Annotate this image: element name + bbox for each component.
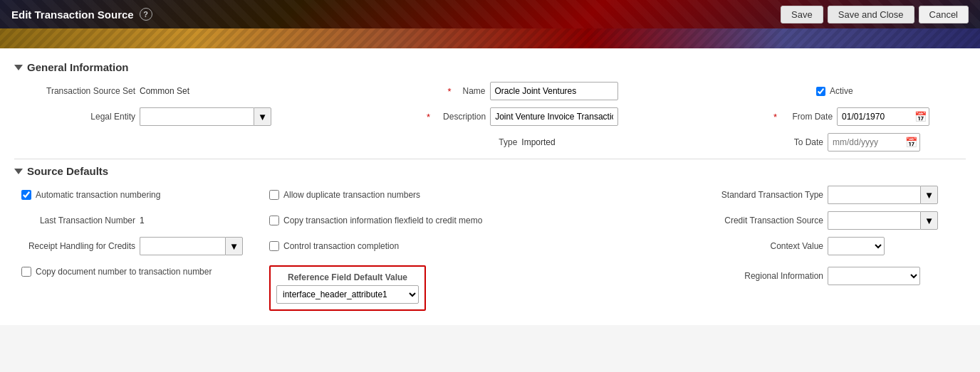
to-date-input-group: 📅 [828, 133, 920, 152]
control-transaction-checkbox[interactable] [269, 241, 279, 251]
source-defaults-body: Automatic transaction numbering Allow du… [14, 186, 966, 311]
decorative-banner [0, 28, 980, 48]
general-info-row1: Transaction Source Set Common Set * Name… [21, 82, 959, 100]
control-transaction-label: Control transaction completion [283, 241, 399, 251]
legal-entity-label: Legal Entity [21, 112, 135, 122]
context-value-label: Context Value [688, 241, 823, 251]
last-trans-number-label: Last Transaction Number [21, 216, 135, 225]
receipt-handling-combo: ▼ [140, 237, 243, 255]
sd-row2-left: Last Transaction Number 1 [21, 216, 264, 225]
credit-transaction-source-combo: ▼ [828, 211, 938, 230]
sd-row4-left: Copy document number to transaction numb… [21, 262, 264, 277]
general-info-row2: Legal Entity ▼ * Description * From Date [21, 107, 959, 126]
from-date-calendar-icon[interactable]: 📅 [914, 111, 927, 122]
active-checkbox[interactable] [816, 87, 825, 96]
sd-row4-center: Reference Field Default Value interface_… [269, 262, 682, 311]
copy-doc-label: Copy document number to transaction numb… [36, 267, 212, 277]
legal-entity-group: Legal Entity ▼ [21, 107, 271, 126]
regional-information-group: Regional Information [688, 262, 959, 285]
sd-row4: Copy document number to transaction numb… [21, 262, 959, 311]
context-value-group: Context Value [688, 237, 959, 255]
receipt-dropdown-icon: ▼ [229, 241, 239, 252]
desc-required: * [427, 112, 430, 122]
allow-duplicate-checkbox[interactable] [269, 190, 279, 200]
receipt-handling-label: Receipt Handling for Credits [21, 241, 135, 251]
type-label: Type [467, 137, 517, 147]
page-title-area: Edit Transaction Source ? [11, 8, 152, 21]
help-icon[interactable]: ? [140, 8, 152, 21]
type-value: Imported [521, 137, 555, 147]
std-trans-dropdown-icon: ▼ [924, 190, 934, 201]
credit-transaction-source-group: Credit Transaction Source ▼ [688, 211, 959, 230]
context-value-select[interactable] [828, 237, 885, 255]
sd-row3-center: Control transaction completion [269, 241, 682, 251]
to-date-calendar-icon[interactable]: 📅 [905, 137, 917, 148]
standard-transaction-type-btn[interactable]: ▼ [920, 186, 938, 204]
general-info-body: Transaction Source Set Common Set * Name… [14, 82, 966, 152]
general-info-title: General Information [27, 61, 129, 73]
general-info-section-header: General Information [14, 61, 966, 73]
name-label: Name [457, 86, 486, 96]
save-close-button[interactable]: Save and Close [828, 6, 914, 23]
sd-row1: Automatic transaction numbering Allow du… [21, 186, 959, 204]
source-defaults-collapse-icon[interactable] [14, 169, 23, 174]
regional-information-label: Regional Information [688, 271, 823, 281]
sd-row3-left: Receipt Handling for Credits ▼ [21, 237, 264, 255]
from-date-required: * [773, 112, 777, 122]
from-date-label: From Date [783, 112, 833, 122]
allow-duplicate-label: Allow duplicate transaction numbers [283, 190, 420, 200]
reference-field-label: Reference Field Default Value [276, 272, 419, 282]
standard-transaction-type-group: Standard Transaction Type ▼ [688, 186, 959, 204]
description-group: * Description [277, 107, 768, 126]
copy-flexfield-group: Copy transaction information flexfield t… [269, 216, 682, 225]
legal-entity-input[interactable] [140, 107, 254, 126]
last-trans-number-value: 1 [140, 216, 145, 225]
page-title: Edit Transaction Source [11, 9, 134, 21]
credit-trans-dropdown-icon: ▼ [924, 216, 934, 226]
sd-row2-center: Copy transaction information flexfield t… [269, 216, 682, 225]
auto-numbering-label: Automatic transaction numbering [36, 190, 160, 200]
reference-field-select-group: interface_header_attribute1 [276, 285, 419, 304]
save-button[interactable]: Save [781, 6, 823, 23]
cancel-button[interactable]: Cancel [919, 6, 969, 23]
name-input[interactable] [490, 82, 618, 100]
reference-field-select[interactable]: interface_header_attribute1 [276, 285, 419, 304]
to-date-label: To Date [773, 137, 823, 147]
type-group: Type Imported [255, 137, 768, 147]
legal-entity-dropdown-btn[interactable]: ▼ [254, 107, 271, 126]
copy-flexfield-label: Copy transaction information flexfield t… [283, 216, 482, 225]
standard-transaction-type-combo: ▼ [828, 186, 938, 204]
name-required: * [447, 86, 451, 97]
sd-row2: Last Transaction Number 1 Copy transacti… [21, 211, 959, 230]
reference-field-box: Reference Field Default Value interface_… [269, 265, 426, 311]
auto-numbering-checkbox[interactable] [21, 190, 31, 200]
from-date-input-group: 📅 [837, 107, 929, 126]
header-buttons: Save Save and Close Cancel [781, 6, 969, 23]
receipt-handling-btn[interactable]: ▼ [225, 237, 243, 255]
description-label: Description [436, 112, 486, 122]
legal-entity-dropdown-icon: ▼ [258, 112, 267, 122]
sd-row1-center: Allow duplicate transaction numbers [269, 190, 682, 200]
source-defaults-title: Source Defaults [27, 165, 108, 177]
auto-numbering-group: Automatic transaction numbering [21, 190, 264, 200]
copy-doc-checkbox[interactable] [21, 267, 31, 277]
active-group: Active [816, 86, 959, 96]
sd-row1-left: Automatic transaction numbering [21, 190, 264, 200]
receipt-handling-input[interactable] [140, 237, 225, 255]
allow-duplicate-group: Allow duplicate transaction numbers [269, 190, 682, 200]
credit-transaction-source-btn[interactable]: ▼ [920, 211, 938, 230]
page-header: Edit Transaction Source ? Save Save and … [0, 0, 980, 28]
active-label: Active [830, 86, 853, 96]
name-group: * Name [255, 82, 810, 100]
source-defaults-section-header: Source Defaults [14, 165, 966, 177]
regional-information-select[interactable] [828, 267, 920, 285]
description-input[interactable] [490, 107, 618, 126]
standard-transaction-type-input[interactable] [828, 186, 920, 204]
general-info-collapse-icon[interactable] [14, 65, 23, 70]
credit-transaction-source-input[interactable] [828, 211, 920, 230]
transaction-source-set-group: Transaction Source Set Common Set [21, 86, 249, 96]
copy-flexfield-checkbox[interactable] [269, 216, 279, 225]
sd-row3: Receipt Handling for Credits ▼ Control t… [21, 237, 959, 255]
legal-entity-combo: ▼ [140, 107, 271, 126]
credit-transaction-source-label: Credit Transaction Source [688, 216, 823, 225]
